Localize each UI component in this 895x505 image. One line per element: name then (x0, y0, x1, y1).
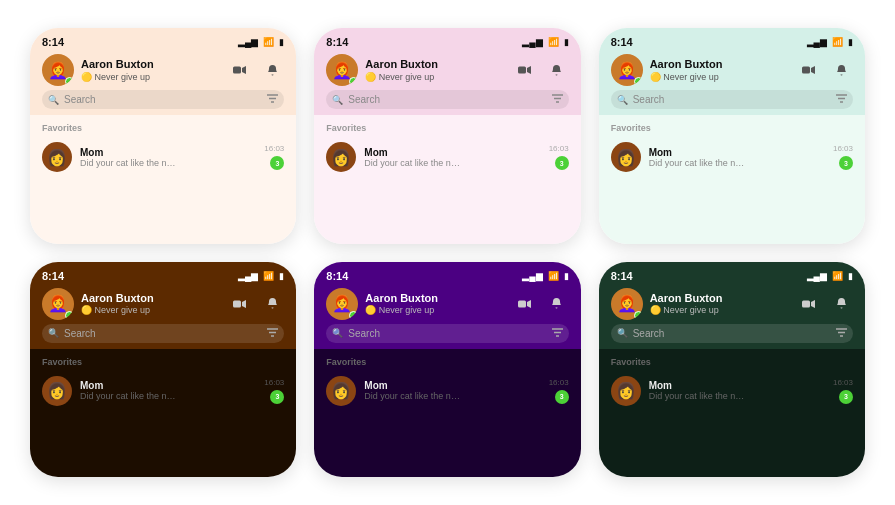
wifi-icon: 📶 (832, 271, 843, 281)
search-bar[interactable]: 🔍Search (42, 324, 284, 343)
signal-icon: ▂▄▆ (238, 271, 258, 281)
contact-meta: 16:033 (833, 144, 853, 170)
contact-avatar: 👩 (326, 376, 356, 406)
online-indicator (349, 77, 358, 86)
notifications-button[interactable] (829, 58, 853, 82)
status-bar: 8:14▂▄▆📶▮ (42, 270, 284, 282)
contact-info: MomDid your cat like the new toy? 🐱 (649, 147, 825, 168)
search-bar[interactable]: 🔍Search (326, 324, 568, 343)
svg-marker-21 (527, 300, 531, 308)
video-call-button[interactable] (513, 292, 537, 316)
status-time: 8:14 (611, 36, 633, 48)
contact-last-message: Did your cat like the new toy? 🐱 (649, 158, 749, 168)
notifications-button[interactable] (260, 292, 284, 316)
phone-header: 8:14▂▄▆📶▮👩‍🦰Aaron Buxton🟡 Never give up🔍… (314, 28, 580, 115)
search-icon: 🔍 (617, 328, 628, 338)
section-label-favorites: Favorites (611, 357, 853, 367)
battery-icon: ▮ (564, 37, 569, 47)
video-call-button[interactable] (513, 58, 537, 82)
profile-info: Aaron Buxton🟡 Never give up (81, 292, 154, 315)
search-bar[interactable]: 🔍Search (611, 324, 853, 343)
notifications-button[interactable] (545, 58, 569, 82)
contact-row[interactable]: 👩MomDid your cat like the new toy? 🐱16:0… (42, 138, 284, 176)
notifications-button[interactable] (260, 58, 284, 82)
profile-row: 👩‍🦰Aaron Buxton🟡 Never give up (611, 288, 853, 320)
unread-badge: 3 (839, 156, 853, 170)
phone-body: Favorites👩MomDid your cat like the new t… (599, 115, 865, 244)
svg-rect-0 (233, 67, 241, 74)
search-placeholder: Search (633, 94, 831, 105)
svg-rect-25 (802, 300, 810, 307)
contact-last-message: Did your cat like the new toy? 🐱 (364, 391, 464, 401)
search-bar[interactable]: 🔍Search (42, 90, 284, 109)
unread-badge: 3 (555, 156, 569, 170)
wifi-icon: 📶 (263, 37, 274, 47)
online-indicator (65, 77, 74, 86)
contact-meta: 16:033 (264, 144, 284, 170)
search-bar[interactable]: 🔍Search (326, 90, 568, 109)
battery-icon: ▮ (564, 271, 569, 281)
online-indicator (634, 77, 643, 86)
search-bar[interactable]: 🔍Search (611, 90, 853, 109)
user-avatar: 👩‍🦰 (42, 54, 74, 86)
search-icon: 🔍 (332, 328, 343, 338)
video-call-button[interactable] (797, 58, 821, 82)
status-bar: 8:14▂▄▆📶▮ (42, 36, 284, 48)
profile-row: 👩‍🦰Aaron Buxton🟡 Never give up (326, 54, 568, 86)
contact-row[interactable]: 👩MomDid your cat like the new toy? 🐱16:0… (42, 372, 284, 410)
profile-row: 👩‍🦰Aaron Buxton🟡 Never give up (611, 54, 853, 86)
contact-avatar: 👩 (326, 142, 356, 172)
contact-name: Mom (649, 147, 825, 158)
profile-name: Aaron Buxton (365, 292, 438, 305)
profile-left: 👩‍🦰Aaron Buxton🟡 Never give up (611, 54, 723, 86)
search-icon: 🔍 (48, 95, 59, 105)
status-bar: 8:14▂▄▆📶▮ (326, 36, 568, 48)
section-label-favorites: Favorites (42, 357, 284, 367)
unread-badge: 3 (555, 390, 569, 404)
profile-status: 🟡 Never give up (81, 305, 154, 315)
filter-icon[interactable] (552, 328, 563, 339)
profile-status: 🟡 Never give up (650, 72, 723, 82)
video-call-button[interactable] (228, 58, 252, 82)
filter-icon[interactable] (267, 328, 278, 339)
phone-purple: 8:14▂▄▆📶▮👩‍🦰Aaron Buxton🟡 Never give up🔍… (314, 262, 580, 478)
filter-icon[interactable] (836, 94, 847, 105)
svg-marker-1 (242, 66, 246, 74)
video-call-button[interactable] (228, 292, 252, 316)
notifications-button[interactable] (545, 292, 569, 316)
profile-info: Aaron Buxton🟡 Never give up (365, 292, 438, 315)
profile-actions (513, 292, 569, 316)
video-call-button[interactable] (797, 292, 821, 316)
contact-row[interactable]: 👩MomDid your cat like the new toy? 🐱16:0… (326, 138, 568, 176)
section-label-favorites: Favorites (611, 123, 853, 133)
search-icon: 🔍 (617, 95, 628, 105)
user-avatar: 👩‍🦰 (326, 54, 358, 86)
filter-icon[interactable] (552, 94, 563, 105)
profile-left: 👩‍🦰Aaron Buxton🟡 Never give up (326, 54, 438, 86)
phone-pink: 8:14▂▄▆📶▮👩‍🦰Aaron Buxton🟡 Never give up🔍… (314, 28, 580, 244)
search-icon: 🔍 (48, 328, 59, 338)
phone-body: Favorites👩MomDid your cat like the new t… (314, 115, 580, 244)
profile-actions (228, 58, 284, 82)
contact-meta: 16:033 (833, 378, 853, 404)
contact-row[interactable]: 👩MomDid your cat like the new toy? 🐱16:0… (611, 138, 853, 176)
contact-row[interactable]: 👩MomDid your cat like the new toy? 🐱16:0… (611, 372, 853, 410)
profile-row: 👩‍🦰Aaron Buxton🟡 Never give up (326, 288, 568, 320)
svg-marker-26 (811, 300, 815, 308)
filter-icon[interactable] (836, 328, 847, 339)
signal-icon: ▂▄▆ (807, 271, 827, 281)
battery-icon: ▮ (279, 37, 284, 47)
phone-header: 8:14▂▄▆📶▮👩‍🦰Aaron Buxton🟡 Never give up🔍… (30, 28, 296, 115)
contact-time: 16:03 (549, 378, 569, 387)
svg-rect-10 (802, 67, 810, 74)
contact-row[interactable]: 👩MomDid your cat like the new toy? 🐱16:0… (326, 372, 568, 410)
phone-header: 8:14▂▄▆📶▮👩‍🦰Aaron Buxton🟡 Never give up🔍… (30, 262, 296, 349)
filter-icon[interactable] (267, 94, 278, 105)
phone-header: 8:14▂▄▆📶▮👩‍🦰Aaron Buxton🟡 Never give up🔍… (599, 262, 865, 349)
notifications-button[interactable] (829, 292, 853, 316)
section-label-favorites: Favorites (326, 123, 568, 133)
search-placeholder: Search (348, 94, 546, 105)
search-placeholder: Search (348, 328, 546, 339)
svg-rect-15 (233, 300, 241, 307)
unread-badge: 3 (270, 390, 284, 404)
